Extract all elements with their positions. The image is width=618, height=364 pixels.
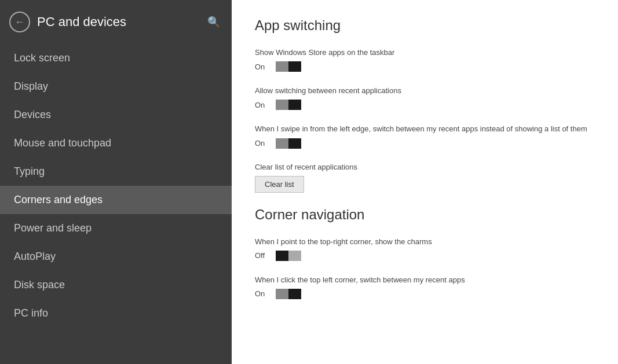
setting-swipe-left-edge-label: When I swipe in from the left edge, swit… <box>255 124 595 134</box>
main-content: App switching Show Windows Store apps on… <box>232 0 618 364</box>
setting-top-left-recent-state: On <box>255 289 269 298</box>
setting-top-left-recent-label: When I click the top left corner, switch… <box>255 275 595 285</box>
sidebar-item-autoplay[interactable]: AutoPlay <box>0 242 232 271</box>
setting-show-store-apps-toggle-row: On <box>255 61 595 72</box>
sidebar-item-typing[interactable]: Typing <box>0 157 232 186</box>
setting-allow-switching-state: On <box>255 101 269 109</box>
setting-show-store-apps-label: Show Windows Store apps on the taskbar <box>255 47 595 58</box>
setting-top-right-charms: When I point to the top-right corner, sh… <box>255 237 595 261</box>
sidebar-nav: Lock screenDisplayDevicesMouse and touch… <box>0 44 232 328</box>
setting-top-right-charms-label: When I point to the top-right corner, sh… <box>255 237 595 247</box>
sidebar-item-lock-screen[interactable]: Lock screen <box>0 44 232 72</box>
setting-top-right-charms-toggle-row: Off <box>255 251 595 261</box>
clear-list-label: Clear list of recent applications <box>255 163 595 171</box>
sidebar-title: PC and devices <box>37 14 198 30</box>
sidebar-item-devices[interactable]: Devices <box>0 101 232 129</box>
toggle-track <box>276 61 301 72</box>
setting-swipe-left-edge: When I swipe in from the left edge, swit… <box>255 124 595 148</box>
clear-list-section: Clear list of recent applications Clear … <box>255 163 595 193</box>
sidebar-item-pc-info[interactable]: PC info <box>0 299 232 328</box>
sidebar: ← PC and devices 🔍 Lock screenDisplayDev… <box>0 0 232 364</box>
setting-allow-switching-toggle-row: On <box>255 100 595 110</box>
sidebar-item-corners-edges[interactable]: Corners and edges <box>0 186 232 214</box>
setting-top-left-recent: When I click the top left corner, switch… <box>255 275 595 299</box>
toggle-top-left-recent[interactable] <box>276 289 301 299</box>
toggle-thumb <box>288 100 301 110</box>
sidebar-item-mouse-touchpad[interactable]: Mouse and touchpad <box>0 129 232 157</box>
toggle-allow-switching[interactable] <box>276 100 301 110</box>
corner-navigation-title: Corner navigation <box>255 207 595 223</box>
toggle-thumb <box>288 61 301 72</box>
setting-allow-switching-label: Allow switching between recent applicati… <box>255 86 595 96</box>
toggle-track <box>276 100 301 110</box>
setting-top-left-recent-toggle-row: On <box>255 289 595 299</box>
sidebar-item-disk-space[interactable]: Disk space <box>0 271 232 299</box>
toggle-show-store-apps[interactable] <box>276 61 301 72</box>
toggle-off-thumb <box>276 251 288 261</box>
toggle-off-track <box>276 251 301 261</box>
toggle-track <box>276 289 301 299</box>
sidebar-item-power-sleep[interactable]: Power and sleep <box>0 214 232 242</box>
setting-top-right-charms-state: Off <box>255 251 269 260</box>
clear-list-button[interactable]: Clear list <box>255 176 304 193</box>
setting-show-store-apps: Show Windows Store apps on the taskbar O… <box>255 47 595 72</box>
sidebar-header: ← PC and devices 🔍 <box>0 0 232 44</box>
toggle-track <box>276 138 301 149</box>
setting-show-store-apps-state: On <box>255 62 269 71</box>
toggle-thumb <box>288 138 301 149</box>
toggle-swipe-left-edge[interactable] <box>276 138 301 149</box>
setting-swipe-left-edge-state: On <box>255 139 269 148</box>
toggle-thumb <box>288 289 301 299</box>
search-icon[interactable]: 🔍 <box>205 13 222 31</box>
back-button[interactable]: ← <box>9 12 30 32</box>
setting-swipe-left-edge-toggle-row: On <box>255 138 595 149</box>
setting-allow-switching: Allow switching between recent applicati… <box>255 86 595 110</box>
toggle-top-right-charms[interactable] <box>276 251 301 261</box>
app-switching-title: App switching <box>255 17 595 34</box>
sidebar-item-display[interactable]: Display <box>0 72 232 101</box>
